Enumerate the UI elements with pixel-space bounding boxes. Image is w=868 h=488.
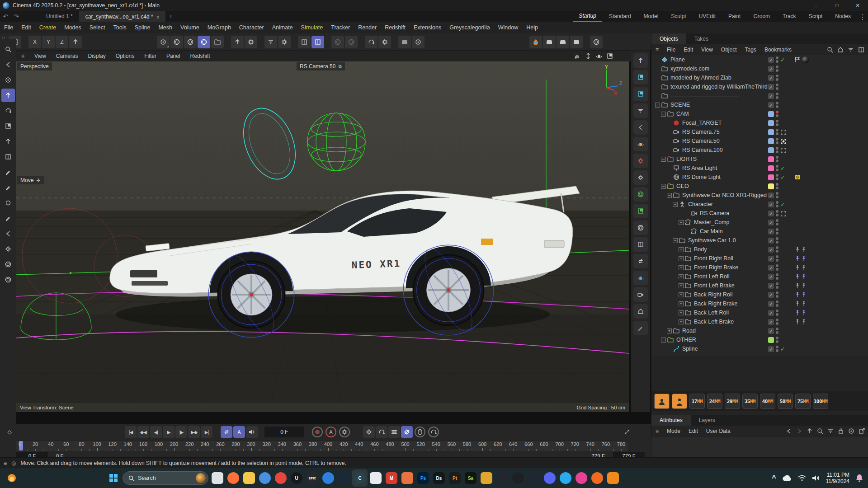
next-frame-button[interactable]: |▶ xyxy=(175,426,187,438)
particle-icon[interactable] xyxy=(231,36,244,48)
collapse-icon[interactable]: – xyxy=(661,338,666,343)
workspace-tab-track[interactable]: Track xyxy=(777,11,802,22)
dots-circle-icon[interactable] xyxy=(633,137,648,151)
edit-toggle[interactable] xyxy=(768,57,774,63)
lens-100mm-button[interactable]: 100MM xyxy=(813,394,828,409)
spline-pen-tool-icon[interactable] xyxy=(1,242,15,256)
visibility-dots[interactable] xyxy=(776,264,778,271)
taskbar-app-unreal[interactable]: U xyxy=(291,472,302,484)
edit-toggle[interactable] xyxy=(768,265,774,271)
view-label[interactable]: Perspective xyxy=(17,62,52,70)
green-cube-icon[interactable] xyxy=(633,204,648,218)
workspace-tab-sculpt[interactable]: Sculpt xyxy=(665,11,691,22)
layer-color-chip[interactable] xyxy=(768,111,774,117)
undo-icon[interactable]: ↶ xyxy=(0,13,11,20)
menu-window[interactable]: Window xyxy=(494,22,522,33)
document-tab[interactable]: Untitled 1 * xyxy=(40,11,79,22)
tree-row[interactable]: ------------------------------------ xyxy=(651,91,868,100)
pins-tag-icon[interactable] xyxy=(794,291,807,298)
palette-tool-icon[interactable] xyxy=(1,196,15,210)
taskbar-app-firefox[interactable] xyxy=(227,472,239,484)
expand-icon[interactable]: + xyxy=(679,319,684,324)
taskbar-app-daz[interactable]: Ds xyxy=(433,472,445,484)
visibility-dots[interactable] xyxy=(776,228,778,235)
edit-toggle[interactable] xyxy=(768,247,774,253)
expand-icon[interactable]: + xyxy=(679,310,684,315)
back-icon[interactable] xyxy=(786,428,792,434)
tab-attributes[interactable]: Attributes xyxy=(651,415,691,426)
menu-modes[interactable]: Modes xyxy=(60,22,85,33)
lens-50mm-button[interactable]: 50MM xyxy=(778,394,793,409)
enabled-check-icon[interactable]: ✓ xyxy=(780,174,785,181)
tree-row[interactable]: modeled by Ahmed Ziab xyxy=(651,73,868,82)
camera-link-icon[interactable] xyxy=(780,129,786,135)
edit-toggle[interactable] xyxy=(768,346,774,352)
filter-icon[interactable] xyxy=(848,47,854,53)
tree-row[interactable]: –CAM xyxy=(651,109,868,118)
tree-row[interactable]: RS Camera xyxy=(651,209,868,218)
collapse-icon[interactable]: – xyxy=(679,220,684,225)
viewport-menu-redshift[interactable]: Redshift xyxy=(185,53,215,59)
tree-row[interactable]: RS Camera.75 xyxy=(651,127,868,136)
tab-takes[interactable]: Takes xyxy=(686,33,717,44)
tree-row[interactable]: +Front Right Roll xyxy=(651,254,868,263)
edit-toggle[interactable] xyxy=(768,283,774,289)
taskbar-app-instagram[interactable] xyxy=(401,472,413,484)
edit-toggle[interactable] xyxy=(768,319,774,325)
cut-settings-icon[interactable] xyxy=(378,36,391,48)
tree-row[interactable]: –LIGHTS xyxy=(651,155,868,164)
expand-icon[interactable]: + xyxy=(679,301,684,306)
visibility-dots[interactable] xyxy=(776,346,778,352)
forward-icon[interactable] xyxy=(796,428,802,434)
menu-mesh[interactable]: Mesh xyxy=(154,22,176,33)
axis-swap-tool-icon[interactable] xyxy=(1,150,15,164)
expand-icon[interactable]: + xyxy=(679,256,684,261)
prev-key-button[interactable]: ◆◀ xyxy=(137,426,149,438)
cube-icon[interactable] xyxy=(633,87,648,101)
collapse-icon[interactable]: – xyxy=(655,103,660,108)
tree-row[interactable]: +Front Left Brake xyxy=(651,281,868,290)
menu-edit[interactable]: Edit xyxy=(17,22,35,33)
visibility-dots[interactable] xyxy=(776,138,778,144)
taskbar-app-telegram[interactable] xyxy=(560,472,571,484)
tray-icon[interactable] xyxy=(633,304,648,319)
mouse-record-button[interactable] xyxy=(415,427,425,437)
taskbar-app-chrome[interactable] xyxy=(259,472,271,484)
visibility-dots[interactable] xyxy=(776,319,778,325)
tab-objects[interactable]: Objects xyxy=(651,33,686,44)
flip-purple-icon[interactable] xyxy=(633,254,648,268)
axis-lock-y[interactable]: Y xyxy=(42,36,55,48)
expand-icon[interactable]: + xyxy=(679,265,684,270)
om-menu-tags[interactable]: Tags xyxy=(741,47,760,53)
visibility-dots[interactable] xyxy=(776,282,778,289)
expand-icon[interactable]: + xyxy=(679,283,684,288)
no-keyframe-button[interactable] xyxy=(401,426,413,438)
tree-row[interactable]: –Synthwave Car 1.0 xyxy=(651,236,868,245)
tree-row[interactable]: –GEO xyxy=(651,182,868,191)
onedrive-icon[interactable] xyxy=(782,475,792,481)
render-settings-icon[interactable] xyxy=(570,36,583,48)
lens-75mm-button[interactable]: 75MM xyxy=(795,394,811,409)
menu-volume[interactable]: Volume xyxy=(176,22,203,33)
knife-tool-icon[interactable] xyxy=(1,227,15,240)
enabled-check-icon[interactable]: ✓ xyxy=(780,56,785,63)
sphere-tool-icon[interactable] xyxy=(1,273,15,286)
enable-axis-tool-icon[interactable] xyxy=(1,135,15,148)
om-hamburger-icon[interactable]: ≡ xyxy=(651,47,663,53)
edit-toggle[interactable] xyxy=(768,301,774,307)
collapse-icon[interactable]: – xyxy=(667,193,672,198)
enabled-check-icon[interactable]: ✓ xyxy=(780,346,785,352)
tree-row[interactable]: Focal_TARGET xyxy=(651,118,868,127)
workspace-tab-groom[interactable]: Groom xyxy=(748,11,775,22)
layer-color-chip[interactable] xyxy=(768,337,774,343)
particle-settings-icon[interactable] xyxy=(245,36,257,48)
menu-tools[interactable]: Tools xyxy=(109,22,131,33)
visibility-dots[interactable] xyxy=(776,174,778,180)
attr-menu-edit[interactable]: Edit xyxy=(684,428,702,434)
visibility-dots[interactable] xyxy=(776,237,778,244)
visibility-dots[interactable] xyxy=(776,219,778,225)
key-params-button[interactable] xyxy=(388,426,400,438)
layer-color-chip[interactable] xyxy=(768,174,774,180)
menu-simulate[interactable]: Simulate xyxy=(297,22,327,33)
tree-row[interactable]: +Front Right Brake xyxy=(651,263,868,272)
